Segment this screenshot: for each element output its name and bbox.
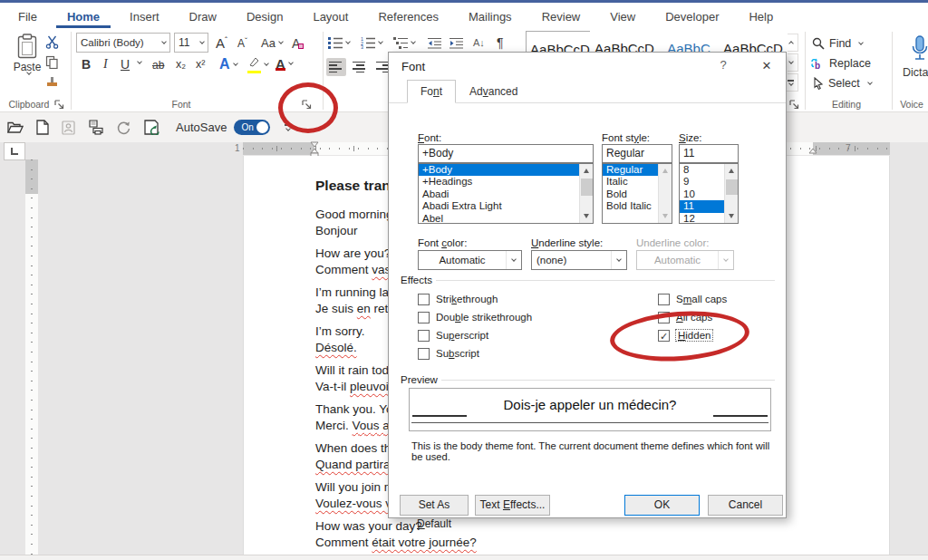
tab-stop-selector[interactable] — [4, 142, 25, 160]
checkbox-label[interactable]: Double strikethrough — [436, 312, 532, 323]
font-option[interactable]: Abel — [419, 213, 579, 224]
ribbon-tab-view[interactable]: View — [599, 6, 646, 27]
italic-button[interactable]: I — [103, 57, 108, 72]
repeat-button[interactable] — [116, 120, 131, 135]
checkbox-label[interactable]: Strikethrough — [436, 294, 498, 304]
scrollbar-thumb[interactable] — [726, 179, 738, 195]
bullets-button[interactable] — [328, 36, 350, 49]
size-option[interactable]: 12 — [680, 213, 724, 224]
checkbox-label[interactable]: Small caps — [676, 294, 727, 304]
ribbon-tab-mailings[interactable]: Mailings — [458, 6, 523, 27]
scrollbar-thumb[interactable] — [581, 179, 593, 196]
ribbon-tab-file[interactable]: File — [7, 6, 48, 27]
scroll-up-icon[interactable] — [725, 164, 739, 178]
font-name-input[interactable]: +Body — [418, 144, 594, 163]
checkbox-label[interactable]: Subscript — [436, 348, 479, 359]
ribbon-tab-help[interactable]: Help — [738, 6, 784, 27]
ribbon-tab-home[interactable]: Home — [56, 6, 111, 28]
font-style-option[interactable]: Bold Italic — [603, 200, 658, 212]
double-strikethrough-checkbox[interactable] — [418, 312, 430, 323]
text-effects-button[interactable]: Text Effects... — [475, 495, 550, 516]
font-option[interactable]: +Body — [419, 164, 579, 176]
checkbox-label[interactable]: Superscript — [436, 330, 488, 341]
doc-line[interactable]: Comment était votre journée? — [315, 536, 805, 552]
clear-formatting-button[interactable]: A — [292, 36, 304, 51]
size-list-scrollbar[interactable] — [724, 164, 738, 223]
new-document-button[interactable] — [36, 120, 49, 135]
styles-dialog-launcher-icon[interactable] — [789, 100, 800, 111]
font-color-button[interactable]: A — [276, 56, 293, 72]
right-indent-marker[interactable] — [807, 148, 818, 156]
superscript-checkbox[interactable] — [418, 330, 430, 342]
font-option[interactable]: Abadi Extra Light — [419, 200, 579, 212]
ribbon-tab-review[interactable]: Review — [531, 6, 592, 27]
format-painter-button[interactable] — [45, 75, 59, 89]
cut-button[interactable] — [45, 35, 59, 49]
scroll-down-icon[interactable] — [580, 209, 594, 223]
open-button[interactable] — [7, 121, 24, 134]
increase-indent-button[interactable] — [450, 37, 463, 49]
change-case-button[interactable]: Aa — [261, 36, 283, 50]
cancel-button[interactable]: Cancel — [708, 495, 783, 516]
font-style-option[interactable]: Italic — [603, 176, 658, 188]
find-button[interactable]: Find — [812, 37, 863, 50]
font-name-combobox[interactable]: Calibri (Body) — [76, 33, 170, 53]
vertical-ruler[interactable] — [25, 159, 38, 555]
save-button[interactable] — [144, 120, 161, 135]
multilevel-list-button[interactable] — [393, 36, 415, 49]
sort-button[interactable]: A↓ — [473, 37, 485, 48]
size-input[interactable]: 11 — [679, 144, 739, 163]
superscript-button[interactable]: x² — [196, 58, 205, 71]
font-size-combobox[interactable]: 11 — [174, 33, 208, 53]
underline-chevron-icon[interactable] — [134, 63, 141, 63]
ribbon-tab-references[interactable]: References — [367, 6, 449, 27]
select-button[interactable]: Select — [813, 77, 872, 90]
print-preview-button[interactable] — [88, 120, 103, 135]
set-as-default-button[interactable]: Set As Default — [400, 495, 469, 516]
strikethrough-button[interactable]: ab — [152, 59, 164, 72]
underline-style-dropdown[interactable]: (none) — [531, 250, 627, 270]
numbering-button[interactable]: 123 — [361, 36, 382, 49]
dialog-tab-font[interactable]: Font — [407, 80, 456, 103]
close-icon[interactable]: ✕ — [749, 54, 784, 78]
contact-button[interactable] — [62, 121, 75, 135]
clipboard-dialog-launcher-icon[interactable] — [54, 100, 65, 111]
underline-button[interactable]: U — [121, 57, 130, 72]
font-style-input[interactable]: Regular — [602, 144, 672, 163]
align-center-button[interactable] — [350, 58, 370, 76]
size-option[interactable]: 10 — [680, 188, 724, 200]
size-option[interactable]: 8 — [680, 164, 724, 176]
grow-font-button[interactable]: Aˆ — [216, 35, 227, 51]
text-highlight-button[interactable] — [246, 56, 268, 72]
font-color-dropdown[interactable]: Automatic — [418, 250, 522, 270]
ok-button[interactable]: OK — [624, 495, 700, 516]
size-option[interactable]: 11 — [680, 200, 724, 212]
ribbon-tab-developer[interactable]: Developer — [654, 6, 730, 27]
ribbon-tab-design[interactable]: Design — [236, 6, 294, 27]
font-style-scrollbar[interactable] — [658, 164, 672, 223]
size-option[interactable]: 9 — [680, 176, 724, 188]
dictate-button[interactable]: Dictate — [903, 35, 928, 79]
text-effects-button[interactable]: A — [219, 56, 237, 72]
copy-button[interactable] — [45, 55, 59, 69]
ribbon-tab-layout[interactable]: Layout — [302, 6, 359, 27]
autosave-toggle[interactable]: On — [234, 120, 270, 135]
replace-button[interactable]: b Replace — [810, 57, 871, 70]
font-style-option[interactable]: Bold — [603, 188, 658, 200]
shrink-font-button[interactable]: Aˇ — [237, 37, 247, 50]
subscript-button[interactable]: x₂ — [176, 58, 186, 71]
font-list-scrollbar[interactable] — [579, 164, 593, 223]
font-option[interactable]: +Headings — [419, 176, 579, 188]
strikethrough-checkbox[interactable] — [418, 294, 430, 305]
ribbon-tab-draw[interactable]: Draw — [179, 6, 227, 27]
paste-button[interactable]: Paste — [9, 34, 45, 74]
align-left-button[interactable] — [326, 58, 346, 76]
font-style-option[interactable]: Regular — [603, 164, 658, 176]
decrease-indent-button[interactable] — [428, 37, 441, 49]
dialog-tab-advanced[interactable]: Advanced — [456, 80, 531, 103]
ribbon-tab-insert[interactable]: Insert — [119, 6, 170, 27]
scroll-down-icon[interactable] — [725, 209, 739, 223]
bold-button[interactable]: B — [82, 57, 91, 72]
subscript-checkbox[interactable] — [418, 348, 430, 360]
show-formatting-button[interactable]: ¶ — [497, 35, 504, 50]
